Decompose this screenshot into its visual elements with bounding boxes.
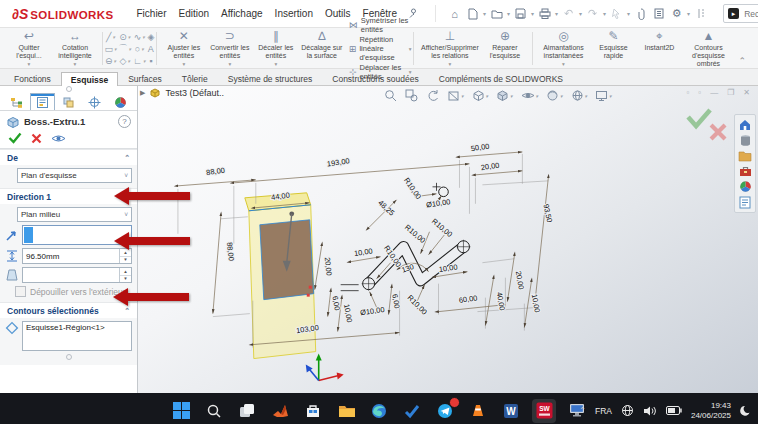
tab-t-lerie[interactable]: Tôlerie xyxy=(172,71,218,85)
save-icon[interactable] xyxy=(512,5,529,22)
tab-fonctions[interactable]: Fonctions xyxy=(4,71,61,85)
display-relations-button[interactable]: ⊥ Afficher/Supprimer les relations ▾ xyxy=(419,29,481,68)
tab-compl-ments-de-solidworks[interactable]: Compléments de SOLIDWORKS xyxy=(429,71,573,85)
dimension-label[interactable]: 40,00 xyxy=(495,291,507,311)
microsoft-store-icon[interactable] xyxy=(301,399,325,423)
exit-sketch-button[interactable]: ↩ Quitter l'esqui... ▾ xyxy=(7,29,51,68)
help-menu-icon[interactable] xyxy=(692,5,709,22)
select-dropdown[interactable]: ▾ xyxy=(627,10,630,17)
zoom-area-icon[interactable] xyxy=(405,89,418,102)
repair-sketch-button[interactable]: ⊕ Réparer l'esquisse xyxy=(483,29,527,68)
solidworks-taskbar-icon[interactable]: SW xyxy=(532,399,556,423)
open-icon[interactable] xyxy=(488,5,505,22)
tab-property-manager[interactable] xyxy=(30,93,55,110)
menu-edition[interactable]: Edition xyxy=(174,6,215,21)
doc-cascade-icon[interactable]: ▫ xyxy=(686,88,689,97)
linear-pattern-button[interactable]: ⊞ Répétition linéaire d'esquisse ▾ xyxy=(349,35,412,62)
from-condition-select[interactable]: Plan d'esquisse ˅ xyxy=(17,168,132,183)
dimension-label[interactable]: 20,00 xyxy=(514,270,526,290)
tab-esquisse[interactable]: Esquisse xyxy=(61,72,118,86)
file-explorer-icon[interactable] xyxy=(334,399,358,423)
depth-spinner[interactable]: ▲▼ xyxy=(119,249,131,263)
volume-icon[interactable] xyxy=(643,405,657,417)
apply-scene-icon[interactable]: ▾ xyxy=(571,89,588,102)
menu-insertion[interactable]: Insertion xyxy=(270,6,318,21)
doc-tile-icon[interactable]: ▫ xyxy=(698,88,701,97)
new-document-dropdown[interactable]: ▾ xyxy=(483,10,486,17)
redo-dropdown[interactable]: ▾ xyxy=(603,10,606,17)
options-dropdown[interactable]: ▾ xyxy=(687,10,690,17)
search-scope-icon[interactable]: ▸ xyxy=(728,8,739,19)
panel-help-icon[interactable]: ? xyxy=(118,115,131,128)
dimension-label[interactable]: 93,50 xyxy=(541,203,554,223)
dimension-label[interactable]: 20,00 xyxy=(323,257,334,277)
instant2d-button[interactable]: ⌖ Instant2D xyxy=(637,29,681,68)
menu-affichage[interactable]: Affichage xyxy=(216,6,268,21)
view-settings-icon[interactable]: ▾ xyxy=(595,90,612,102)
text-tool-icon[interactable]: A xyxy=(147,43,154,55)
circle-tool-icon[interactable]: ⊙▾ xyxy=(119,31,132,43)
toolbox-icon[interactable] xyxy=(739,165,752,177)
tab-constructions-soud-es[interactable]: Constructions soudées xyxy=(322,71,428,85)
cancel-button[interactable] xyxy=(31,133,42,144)
rectangle-tool-icon[interactable]: ▭▾ xyxy=(105,43,117,55)
section-view-icon[interactable]: ▾ xyxy=(447,89,464,102)
doc-restore-icon[interactable]: ❐ xyxy=(727,88,734,97)
polygon-tool-icon[interactable]: ◇▾ xyxy=(119,55,132,67)
open-dropdown[interactable]: ▾ xyxy=(507,10,510,17)
plane-tool-icon[interactable]: ◈ xyxy=(147,31,154,43)
viewport[interactable]: 88,00193,0050,0020,0044,0048,25R10,00Ø10… xyxy=(138,86,758,393)
clock[interactable]: 19:43 24/06/2025 xyxy=(691,401,731,421)
tab-feature-manager[interactable] xyxy=(4,93,29,110)
convert-entities-button[interactable]: ⊃ Convertir les entités ▾ xyxy=(208,29,252,68)
shaded-contours-button[interactable]: ▲ Contours d'esquisse ombrés xyxy=(683,29,733,68)
dimension-label[interactable]: R10,00 xyxy=(430,217,454,239)
taskbar-search-icon[interactable] xyxy=(202,399,226,423)
new-document-icon[interactable] xyxy=(464,5,481,22)
preview-eye-button[interactable] xyxy=(51,133,66,144)
point-tool-icon[interactable]: ▪ xyxy=(147,55,154,67)
depth-input[interactable]: 96.50mm ▲▼ xyxy=(22,248,132,264)
telegram-icon[interactable] xyxy=(433,399,457,423)
menu-fichier[interactable]: Fichier xyxy=(132,6,172,21)
surface-offset-button[interactable]: ∆ Décalage sur la surface xyxy=(300,29,344,68)
word-icon[interactable]: W xyxy=(499,399,523,423)
print-icon[interactable] xyxy=(536,5,553,22)
dimension-label[interactable]: R10,00 xyxy=(402,176,423,201)
dimension-label[interactable]: R10,00 xyxy=(406,293,429,316)
todo-check-icon[interactable] xyxy=(400,399,424,423)
expand-tree-icon[interactable]: ▶ xyxy=(140,89,145,97)
reverse-direction-icon[interactable] xyxy=(5,228,19,242)
home-tab-icon[interactable] xyxy=(738,118,752,131)
properties-icon[interactable] xyxy=(650,5,667,22)
draft-input[interactable]: ▲▼ xyxy=(22,267,132,283)
selected-contours-list[interactable]: Esquisse1-Région<1> xyxy=(22,321,132,351)
tab-display-manager[interactable] xyxy=(108,93,133,110)
document-tab[interactable]: ▶ Test3 (Défaut.. xyxy=(140,87,224,98)
custom-properties-icon[interactable] xyxy=(739,196,751,209)
start-button[interactable] xyxy=(169,399,193,423)
tab-configuration-manager[interactable] xyxy=(56,93,81,110)
tab-syst-me-de-structures[interactable]: Système de structures xyxy=(218,71,323,85)
dimension-label[interactable]: 10,00 xyxy=(353,246,373,258)
home-icon[interactable]: ⌂ xyxy=(446,5,463,22)
resources-icon[interactable] xyxy=(739,134,752,147)
slot-tool-icon[interactable]: ⊖▾ xyxy=(105,55,117,67)
display-style-icon[interactable]: ▾ xyxy=(496,89,513,102)
dimension-label[interactable]: 10,00 xyxy=(342,303,354,323)
dimension-label[interactable]: 88,00 xyxy=(225,242,236,262)
dimension-label[interactable]: 193,00 xyxy=(326,156,350,168)
rapid-sketch-button[interactable]: ✎ Esquisse rapide xyxy=(591,29,635,68)
tray-expand-icon[interactable]: ⌃ xyxy=(579,406,586,415)
ellipse-tool-icon[interactable]: ○▾ xyxy=(133,43,145,55)
panel-grip-bottom[interactable] xyxy=(5,354,132,360)
sketch-drawing[interactable]: 88,00193,0050,0020,0044,0048,25R10,00Ø10… xyxy=(138,86,758,393)
trim-entities-button[interactable]: ✕ Ajuster les entités ▾ xyxy=(162,29,206,68)
tab-surfaces[interactable]: Surfaces xyxy=(118,71,172,85)
dimension-label[interactable]: 103,00 xyxy=(295,323,319,335)
doc-minimize-icon[interactable]: — xyxy=(710,88,718,97)
undo-dropdown[interactable]: ▾ xyxy=(579,10,582,17)
selected-contour-item[interactable]: Esquisse1-Région<1> xyxy=(26,323,105,332)
battery-icon[interactable] xyxy=(666,406,682,415)
end-condition-select[interactable]: Plan milieu ˅ xyxy=(17,207,132,222)
